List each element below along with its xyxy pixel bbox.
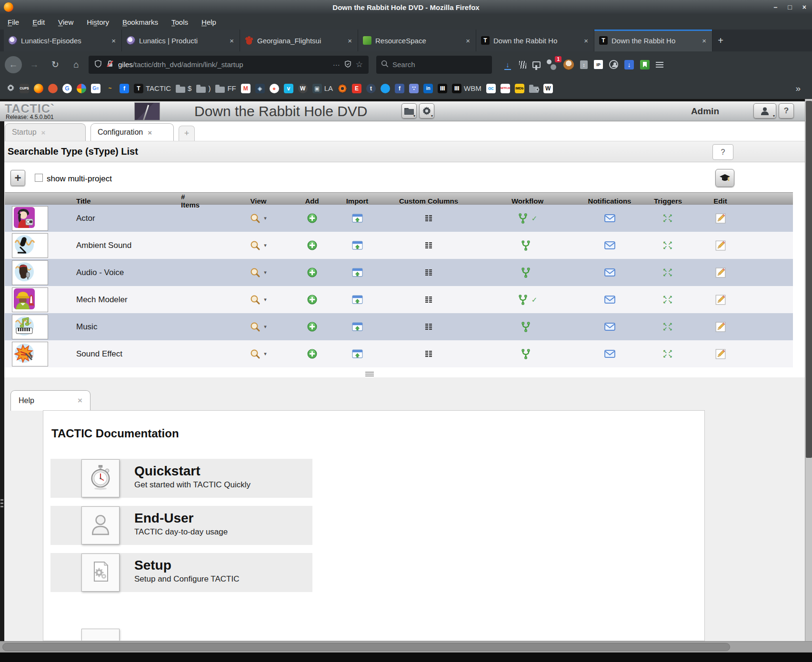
view-dropdown-icon[interactable]: ▾: [264, 269, 267, 276]
doc-entry-title[interactable]: End-User: [134, 511, 312, 525]
triggers-icon[interactable]: ↖↗↙↘: [663, 350, 673, 358]
close-button[interactable]: ×: [802, 3, 806, 11]
panel-resize-handle[interactable]: [365, 371, 374, 377]
custom-columns-icon[interactable]: [424, 350, 433, 358]
import-icon[interactable]: [352, 241, 363, 250]
library-icon[interactable]: [519, 61, 526, 69]
view-dropdown-icon[interactable]: ▾: [264, 324, 267, 330]
forward-button[interactable]: →: [26, 56, 43, 73]
bookmark-linkedin[interactable]: in: [423, 84, 433, 93]
edit-pencil-icon[interactable]: [715, 240, 726, 251]
settings-gear-button[interactable]: ▾: [419, 103, 434, 119]
insecure-lock-icon[interactable]: [106, 60, 114, 69]
bookmark-facebook[interactable]: f: [120, 84, 129, 93]
import-icon[interactable]: [352, 295, 363, 304]
menu-help[interactable]: Help: [201, 18, 216, 26]
workflow-icon[interactable]: [518, 295, 528, 305]
user-menu-button[interactable]: ▾: [753, 103, 776, 119]
tab-close-icon[interactable]: ×: [347, 37, 353, 45]
tactic-tab-close-icon[interactable]: ×: [148, 128, 152, 137]
workflow-icon[interactable]: [521, 349, 531, 359]
bookmark-facebook-2[interactable]: f: [395, 84, 404, 93]
bookmark-rings[interactable]: [338, 84, 347, 93]
stype-thumbnail[interactable]: [12, 342, 48, 366]
reload-button[interactable]: ↻: [47, 56, 64, 73]
tactic-new-tab-button[interactable]: +: [179, 126, 195, 141]
add-stype-button[interactable]: +: [10, 170, 25, 186]
stype-thumbnail[interactable]: [12, 233, 48, 258]
permissions-shield-icon[interactable]: [344, 60, 351, 69]
menu-bookmarks[interactable]: Bookmarks: [122, 18, 158, 26]
view-dropdown-icon[interactable]: ▾: [264, 215, 267, 221]
bookmark-vimeo[interactable]: v: [284, 84, 293, 93]
add-item-icon[interactable]: [307, 240, 317, 250]
bookmark-twitter[interactable]: [381, 84, 390, 93]
panel-help-button[interactable]: ?: [712, 144, 733, 160]
workflow-icon[interactable]: [521, 322, 531, 332]
custom-columns-icon[interactable]: [424, 296, 433, 304]
stype-thumbnail[interactable]: [12, 315, 48, 339]
view-dropdown-icon[interactable]: ▾: [264, 296, 267, 303]
menu-view[interactable]: View: [58, 18, 73, 26]
bookmark-tactic[interactable]: TTACTIC: [134, 84, 171, 93]
bookmark-folder-dollar[interactable]: $: [176, 84, 191, 93]
doc-entry-icon[interactable]: [81, 553, 120, 592]
import-icon[interactable]: [352, 322, 363, 331]
bookmark-folder-paren[interactable]: ): [196, 84, 211, 93]
download-icon[interactable]: ↓: [502, 59, 513, 70]
view-dropdown-icon[interactable]: ▾: [264, 351, 267, 357]
add-item-icon[interactable]: [307, 295, 317, 305]
browser-tab[interactable]: Lunatics!-Episodes ×: [4, 30, 122, 51]
bookmark-la[interactable]: ▣LA: [312, 84, 333, 93]
doc-entry-icon[interactable]: [81, 506, 120, 544]
doc-entry-title[interactable]: Quickstart: [134, 464, 312, 478]
doc-entry[interactable]: Quickstart Get started with TACTIC Quick…: [50, 459, 312, 498]
bookmark-imdb[interactable]: IMDb: [515, 84, 524, 93]
bookmark-dark-badge[interactable]: ◈: [255, 84, 265, 93]
multi-project-checkbox[interactable]: [35, 174, 43, 182]
horizontal-scrollbar-thumb[interactable]: [2, 643, 730, 651]
bookmark-duckduckgo[interactable]: [48, 84, 58, 93]
help-tab-close-icon[interactable]: ×: [78, 396, 82, 405]
tab-close-icon[interactable]: ×: [465, 37, 471, 45]
url-bar[interactable]: giles/tactic/dtrh_dvd/admin/link/_startu…: [89, 56, 369, 74]
bookmark-gear[interactable]: [7, 84, 15, 93]
bookmark-oc[interactable]: oc: [486, 84, 496, 93]
edit-pencil-icon[interactable]: [715, 267, 726, 278]
doc-entry[interactable]: End-User TACTIC day-to-day usage: [50, 506, 312, 545]
add-item-icon[interactable]: [307, 349, 317, 359]
sidebar-icon[interactable]: [532, 61, 541, 68]
view-search-icon[interactable]: [250, 240, 261, 251]
stype-thumbnail[interactable]: [12, 260, 48, 285]
custom-columns-icon[interactable]: [424, 242, 433, 249]
tactic-tab-close-icon[interactable]: ×: [41, 128, 46, 137]
bookmark-folder-gear[interactable]: [529, 84, 539, 93]
bookmark-wayback[interactable]: ⅢWBM: [452, 84, 481, 93]
stype-thumbnail[interactable]: [12, 206, 48, 231]
project-views-button[interactable]: ▾: [401, 103, 417, 119]
custom-columns-icon[interactable]: [424, 215, 433, 222]
view-search-icon[interactable]: [250, 349, 261, 359]
doc-entry-partial[interactable]: [81, 629, 120, 641]
tactic-tab[interactable]: Configuration ×: [90, 123, 174, 141]
bookmark-netflix[interactable]: NETFLIX: [501, 84, 510, 93]
maximize-button[interactable]: □: [788, 3, 792, 11]
view-search-icon[interactable]: [250, 295, 261, 305]
notifications-envelope-icon[interactable]: [604, 214, 615, 222]
extension-download-icon[interactable]: ↓: [624, 60, 634, 69]
bookmark-wikipedia[interactable]: W: [543, 84, 553, 93]
extension-orbs-icon[interactable]: 1: [547, 59, 557, 70]
bookmark-red-e[interactable]: E: [352, 84, 361, 93]
header-help-button[interactable]: ?: [779, 103, 794, 119]
home-button[interactable]: ⌂: [68, 56, 85, 73]
notifications-envelope-icon[interactable]: [604, 323, 615, 331]
view-search-icon[interactable]: [250, 267, 261, 278]
bookmark-squiggle[interactable]: ~: [105, 84, 115, 93]
profile-icon[interactable]: [609, 60, 618, 69]
extension-raccoon-icon[interactable]: [563, 59, 574, 70]
triggers-icon[interactable]: ↖↗↙↘: [663, 241, 673, 250]
custom-columns-icon[interactable]: [424, 269, 433, 277]
search-input[interactable]: [392, 60, 487, 69]
bookmark-google[interactable]: G: [62, 84, 72, 93]
page-actions-icon[interactable]: ···: [333, 60, 340, 69]
